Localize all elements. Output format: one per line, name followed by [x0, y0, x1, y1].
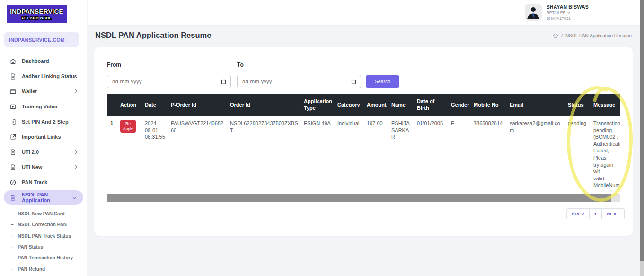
document-icon: [9, 149, 17, 156]
col-gender: Gender: [448, 94, 471, 116]
submenu-item-pan-refund[interactable]: – PAN Refund: [0, 263, 87, 274]
sidebar-item-nsdl-pan-application[interactable]: NSDL PAN Application: [4, 190, 83, 205]
submenu-item-pan-transaction-history[interactable]: – PAN Transaction History: [0, 252, 87, 263]
cell-status: pending: [565, 116, 591, 194]
chevron-right-icon: [73, 150, 77, 154]
search-button[interactable]: Search: [366, 75, 399, 88]
brand-logo-subtitle: UTI AND NSDL: [22, 16, 52, 20]
submenu-item-nsdl-new-pan-card[interactable]: – NSDL New PAN Card: [0, 208, 87, 219]
sidebar-item-pan-track[interactable]: PAN Track: [0, 175, 87, 190]
from-date-wrap: [107, 75, 231, 88]
breadcrumb-separator: /: [561, 33, 563, 38]
sidebar-menu: Dashboard Aadhar Linking Status Wallet T…: [0, 53, 87, 205]
submenu-item-pan-status[interactable]: – PAN Status: [0, 241, 87, 252]
prev-page-button[interactable]: PREV: [566, 208, 590, 219]
cell-application-type: ESIGN 49A: [301, 116, 335, 194]
sidebar-item-label: Aadhar Linking Status: [22, 73, 77, 79]
col-category: Category: [335, 94, 364, 116]
vertical-scrollbar[interactable]: [640, 0, 644, 276]
video-icon: [9, 103, 17, 110]
submenu-item-nsdl-correction-pan[interactable]: – NSDL Correction PAN: [0, 219, 87, 230]
wallet-icon: [9, 88, 17, 95]
submenu-item-label: PAN Refund: [18, 267, 45, 272]
pagination: PREV 1 NEXT: [566, 208, 625, 219]
sidebar: INDPANSERVICE UTI AND NSDL INDPANSERVICE…: [0, 0, 87, 276]
sidebar-item-label: Dashboard: [22, 58, 49, 64]
document-icon: [9, 194, 17, 201]
col-date-of-birth: Date of Birth: [414, 94, 448, 116]
brand-logo[interactable]: INDPANSERVICE UTI AND NSDL: [7, 5, 67, 23]
sidebar-item-dashboard[interactable]: Dashboard: [0, 53, 87, 69]
sidebar-item-set-pin[interactable]: Set PIN And 2 Step: [0, 114, 87, 129]
cell-date: 2024-09-01 08:31:55: [142, 116, 168, 194]
col-application-type: Application Type: [301, 94, 335, 116]
dash-bullet: –: [11, 222, 14, 227]
app-root: INDPANSERVICE UTI AND NSDL INDPANSERVICE…: [0, 0, 644, 276]
col-mobile-no: Mobile No: [471, 94, 507, 116]
sidebar-item-label: Training Video: [22, 104, 58, 109]
re-apply-button[interactable]: Re Apply: [120, 120, 136, 133]
dash-bullet: –: [11, 233, 14, 239]
sidebar-item-aadhar-linking-status[interactable]: Aadhar Linking Status: [0, 69, 87, 84]
dash-bullet: –: [11, 211, 14, 216]
col-message: Message: [591, 94, 620, 116]
cell-action: Re Apply: [117, 116, 142, 194]
sidebar-item-label: PAN Track: [22, 179, 47, 185]
cell-order-id: NSDL62280273437500ZXBST: [227, 116, 301, 194]
sidebar-item-wallet[interactable]: Wallet: [0, 84, 87, 99]
from-date-input[interactable]: [107, 75, 231, 88]
compass-icon: [9, 179, 17, 186]
dash-bullet: –: [11, 267, 14, 272]
user-role-label: RETAILER: [547, 10, 566, 15]
chevron-down-icon: [72, 196, 76, 199]
col-status: Status: [565, 94, 591, 116]
document-icon: [9, 164, 17, 171]
sidebar-item-important-links[interactable]: Important Links: [0, 129, 87, 144]
horizontal-scrollbar-thumb[interactable]: [107, 194, 611, 202]
sidebar-item-training-video[interactable]: Training Video: [0, 99, 87, 114]
user-name: SHAYAN BISWAS: [547, 4, 589, 9]
col-name: Name: [388, 94, 414, 116]
page-number-button[interactable]: 1: [589, 208, 602, 219]
cell-message: Transaction pending (BCM002 : Authentica…: [591, 116, 620, 194]
cell-p-order-id: PAUSWVGT2214068260: [168, 116, 227, 194]
col-order-id: Order Id: [227, 94, 301, 116]
col-amount: Amount: [364, 94, 388, 116]
cell-amount: 107.00: [364, 116, 388, 194]
sidebar-item-label: Wallet: [22, 89, 37, 94]
submenu-item-label: NSDL New PAN Card: [18, 211, 65, 216]
breadcrumb-current: NSDL PAN Application Resume: [565, 33, 632, 38]
brand-domain: INDPANSERVICE.COM: [4, 32, 79, 47]
page-title: NSDL PAN Application Resume: [95, 31, 211, 40]
cell-email: sarkaresa2@gmail.com: [507, 116, 565, 194]
submenu-item-label: NSDL PAN Track Status: [18, 233, 71, 239]
cell-dob: 01/01/2005: [414, 116, 448, 194]
avatar: [525, 4, 542, 21]
dash-bullet: –: [11, 255, 14, 260]
horizontal-scrollbar[interactable]: [107, 194, 620, 202]
vertical-scrollbar-thumb[interactable]: [640, 0, 644, 261]
cell-category: Individual: [335, 116, 364, 194]
sidebar-item-uti-new[interactable]: UTI New: [0, 160, 87, 175]
cell-gender: F: [448, 116, 471, 194]
sidebar-item-label: Important Links: [22, 134, 61, 140]
to-date-input[interactable]: [237, 75, 361, 88]
chevron-right-icon: [73, 89, 77, 93]
from-label: From: [107, 62, 121, 68]
home-icon[interactable]: [553, 33, 558, 38]
topbar: SHAYAN BISWAS RETAILER SHAYA17031: [88, 0, 640, 26]
next-page-button[interactable]: NEXT: [601, 208, 625, 219]
dash-bullet: –: [11, 244, 14, 249]
login-icon: [9, 118, 17, 125]
user-menu[interactable]: SHAYAN BISWAS RETAILER SHAYA17031: [525, 4, 589, 21]
table-header-row: Action Date P-Order Id Order Id Applicat…: [107, 94, 620, 116]
breadcrumb: / NSDL PAN Application Resume: [553, 33, 632, 38]
sidebar-item-uti-2-0[interactable]: UTI 2.0: [0, 144, 87, 160]
sidebar-item-label: Set PIN And 2 Step: [22, 119, 69, 125]
submenu-item-label: NSDL Correction PAN: [18, 222, 67, 227]
submenu-item-label: PAN Status: [18, 244, 44, 249]
chevron-right-icon: [73, 165, 77, 169]
submenu-item-nsdl-pan-track-status[interactable]: – NSDL PAN Track Status: [0, 231, 87, 241]
table-row: 1 Re Apply 2024-09-01 08:31:55 PAUSWVGT2…: [107, 116, 620, 194]
sidebar-item-label: NSDL PAN Application: [22, 192, 68, 203]
